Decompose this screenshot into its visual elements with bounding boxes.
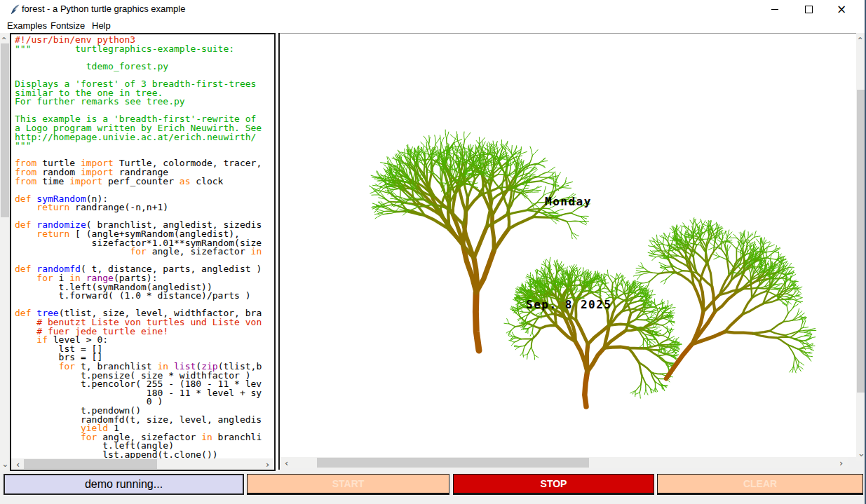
scroll-up-button[interactable]: ‹ [856,33,865,43]
scroll-down-button[interactable]: ‹ [0,461,10,471]
code-line: for angle, sizefactor in [15,247,274,257]
code-vertical-scrollbar[interactable]: ‹ ‹ [0,33,10,471]
code-pane: #!/usr/bin/env python3""" turtlegraphics… [10,33,276,471]
menu-help[interactable]: Help [92,20,111,31]
canvas-horizontal-scrollbar[interactable]: ‹ › [280,457,848,468]
chevron-up-icon: ‹ [856,36,865,40]
scroll-down-button[interactable]: ‹ [856,450,865,461]
canvas-pane: Monday Sep. 8 2025 ‹ › [278,33,857,470]
scroll-right-button[interactable]: › [262,458,273,470]
code-vscroll-thumb[interactable] [1,43,9,217]
chevron-up-icon: ‹ [0,36,9,40]
chevron-right-icon: › [839,458,843,468]
stop-button[interactable]: STOP [453,474,654,495]
maximize-button[interactable] [797,0,820,18]
canvas-hscroll-thumb[interactable] [317,458,589,468]
code-line: return randrange(-n,n+1) [15,203,274,212]
status-bar: demo running... START STOP CLEAR [0,474,865,495]
maximize-icon [805,6,813,13]
chevron-right-icon: › [266,460,269,469]
code-line: lst.append(t.clone()) [15,451,274,458]
status-label: demo running... [4,474,244,495]
code-hscroll-thumb[interactable] [24,459,157,469]
code-editor[interactable]: #!/usr/bin/env python3""" turtlegraphics… [11,34,274,458]
code-line: For further remarks see tree.py [15,97,274,107]
canvas-label-date: Sep. 8 2025 [526,298,611,311]
code-line: from time import perf_counter as clock [15,177,274,186]
chevron-down-icon: ‹ [0,464,9,468]
forest-svg [280,34,857,457]
menu-examples[interactable]: Examples [7,20,47,31]
window-title: forest - a Python turtle graphics exampl… [22,4,185,14]
code-line: tdemo_forest.py [15,62,274,71]
start-button[interactable]: START [247,474,449,495]
canvas-label-day: Monday [545,195,592,208]
app-window: forest - a Python turtle graphics exampl… [0,0,866,504]
code-line: http://homepage.univie.ac.at/erich.neuwi… [15,133,274,142]
chevron-down-icon: ‹ [856,454,865,457]
chevron-right-button[interactable]: › [836,457,846,468]
menu-fontsize[interactable]: Fontsize [50,20,85,31]
turtle-canvas: Monday Sep. 8 2025 [280,33,857,457]
scroll-left-button[interactable]: ‹ [13,458,23,470]
title-bar: forest - a Python turtle graphics exampl… [0,0,865,18]
close-button[interactable]: × [830,0,853,18]
menu-bar: Examples Fontsize Help [0,18,865,33]
code-horizontal-scrollbar[interactable]: ‹ › [11,458,274,470]
minimize-button[interactable] [763,0,787,18]
tk-feather-icon [9,4,20,15]
code-line: t.forward( (1.0 * distance)/parts ) [15,292,274,301]
canvas-vertical-scrollbar[interactable]: ‹ ‹ [856,33,865,461]
close-icon: × [837,4,846,15]
chevron-left-icon: ‹ [285,458,288,468]
canvas-vscroll-thumb[interactable] [857,90,865,393]
minimize-icon [771,9,778,10]
clear-button[interactable]: CLEAR [657,474,863,495]
scroll-up-button[interactable]: ‹ [0,33,10,43]
code-line: """ [15,142,274,151]
chevron-left-button[interactable]: ‹ [281,457,292,468]
chevron-left-icon: ‹ [16,460,20,469]
code-line: """ turtlegraphics-example-suite: [15,45,274,54]
